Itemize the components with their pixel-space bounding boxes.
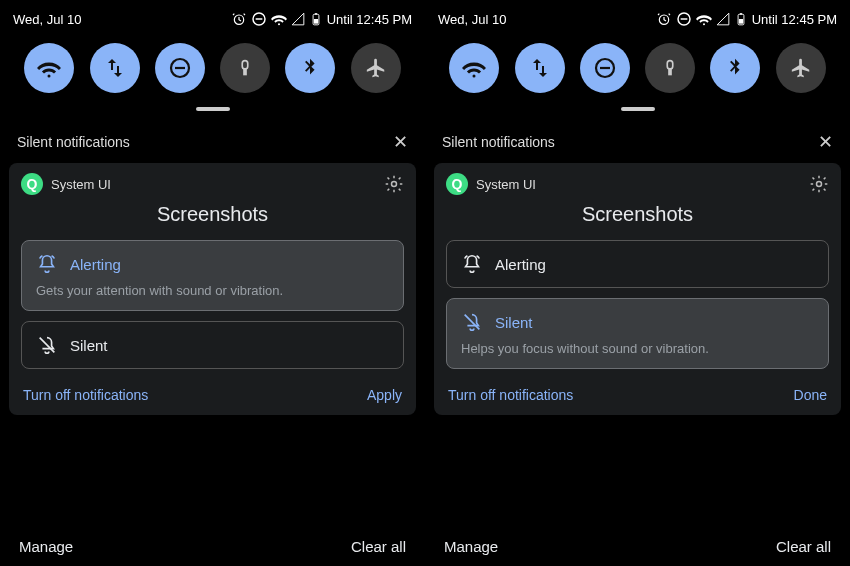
dnd-status-icon <box>676 11 692 27</box>
gear-icon[interactable] <box>384 174 404 194</box>
silent-section-header: Silent notifications ✕ <box>5 121 420 163</box>
bell-off-icon <box>36 334 58 356</box>
notification-card: Q System UI Screenshots Alerting Gets yo… <box>9 163 416 415</box>
airplane-tile[interactable] <box>776 43 826 93</box>
silent-section-label: Silent notifications <box>442 134 555 150</box>
footer: Manage Clear all <box>5 524 420 561</box>
status-date: Wed, Jul 10 <box>438 12 506 27</box>
status-date: Wed, Jul 10 <box>13 12 81 27</box>
airplane-tile[interactable] <box>351 43 401 93</box>
data-tile[interactable] <box>90 43 140 93</box>
option-silent-label: Silent <box>495 314 533 331</box>
android-q-icon: Q <box>446 173 468 195</box>
close-icon[interactable]: ✕ <box>393 131 408 153</box>
dnd-tile[interactable] <box>580 43 630 93</box>
app-identity: Q System UI <box>446 173 536 195</box>
option-alerting[interactable]: Alerting Gets your attention with sound … <box>21 240 404 311</box>
drag-handle[interactable] <box>196 107 230 111</box>
wifi-icon <box>37 56 61 80</box>
panel-silent-selected: Wed, Jul 10 Until 12:45 PM Silent notifi… <box>425 0 850 566</box>
bluetooth-icon <box>299 57 321 79</box>
bluetooth-icon <box>724 57 746 79</box>
manage-button[interactable]: Manage <box>444 538 498 555</box>
bluetooth-tile[interactable] <box>710 43 760 93</box>
status-right-cluster: Until 12:45 PM <box>231 11 412 27</box>
quick-settings-row <box>5 29 420 101</box>
app-identity: Q System UI <box>21 173 111 195</box>
silent-section-label: Silent notifications <box>17 134 130 150</box>
close-icon[interactable]: ✕ <box>818 131 833 153</box>
option-silent-desc: Helps you focus without sound or vibrati… <box>461 341 814 356</box>
wifi-tile[interactable] <box>24 43 74 93</box>
panel-alerting-selected: Wed, Jul 10 Until 12:45 PM Silent notifi… <box>0 0 425 566</box>
data-swap-icon <box>103 56 127 80</box>
dnd-status-icon <box>251 11 267 27</box>
airplane-icon <box>790 57 812 79</box>
bell-off-icon <box>461 311 483 333</box>
option-silent-label: Silent <box>70 337 108 354</box>
app-name-label: System UI <box>51 177 111 192</box>
flashlight-tile[interactable] <box>220 43 270 93</box>
airplane-icon <box>365 57 387 79</box>
gear-icon[interactable] <box>809 174 829 194</box>
dnd-icon <box>593 56 617 80</box>
status-battery-text: Until 12:45 PM <box>752 12 837 27</box>
option-alerting-label: Alerting <box>70 256 121 273</box>
option-alerting[interactable]: Alerting <box>446 240 829 288</box>
flashlight-icon <box>659 57 681 79</box>
data-swap-icon <box>528 56 552 80</box>
status-right-cluster: Until 12:45 PM <box>656 11 837 27</box>
wifi-status-icon <box>271 11 287 27</box>
dnd-tile[interactable] <box>155 43 205 93</box>
battery-status-icon <box>309 12 323 26</box>
quick-settings-row <box>430 29 845 101</box>
status-bar: Wed, Jul 10 Until 12:45 PM <box>5 5 420 29</box>
status-bar: Wed, Jul 10 Until 12:45 PM <box>430 5 845 29</box>
wifi-icon <box>462 56 486 80</box>
bluetooth-tile[interactable] <box>285 43 335 93</box>
data-tile[interactable] <box>515 43 565 93</box>
notification-card: Q System UI Screenshots Alerting Silent … <box>434 163 841 415</box>
drag-handle[interactable] <box>621 107 655 111</box>
status-battery-text: Until 12:45 PM <box>327 12 412 27</box>
app-name-label: System UI <box>476 177 536 192</box>
option-silent[interactable]: Silent <box>21 321 404 369</box>
turn-off-notifications-link[interactable]: Turn off notifications <box>23 387 148 403</box>
flashlight-icon <box>234 57 256 79</box>
option-alerting-desc: Gets your attention with sound or vibrat… <box>36 283 389 298</box>
turn-off-notifications-link[interactable]: Turn off notifications <box>448 387 573 403</box>
footer: Manage Clear all <box>430 524 845 561</box>
bell-alert-icon <box>36 253 58 275</box>
signal-status-icon <box>291 12 305 26</box>
flashlight-tile[interactable] <box>645 43 695 93</box>
apply-button[interactable]: Apply <box>367 387 402 403</box>
wifi-status-icon <box>696 11 712 27</box>
wifi-tile[interactable] <box>449 43 499 93</box>
channel-title: Screenshots <box>446 203 829 226</box>
signal-status-icon <box>716 12 730 26</box>
battery-status-icon <box>734 12 748 26</box>
android-q-icon: Q <box>21 173 43 195</box>
manage-button[interactable]: Manage <box>19 538 73 555</box>
bell-alert-icon <box>461 253 483 275</box>
dnd-icon <box>168 56 192 80</box>
option-silent[interactable]: Silent Helps you focus without sound or … <box>446 298 829 369</box>
clear-all-button[interactable]: Clear all <box>351 538 406 555</box>
channel-title: Screenshots <box>21 203 404 226</box>
clear-all-button[interactable]: Clear all <box>776 538 831 555</box>
silent-section-header: Silent notifications ✕ <box>430 121 845 163</box>
alarm-icon <box>656 11 672 27</box>
option-alerting-label: Alerting <box>495 256 546 273</box>
alarm-icon <box>231 11 247 27</box>
done-button[interactable]: Done <box>794 387 827 403</box>
